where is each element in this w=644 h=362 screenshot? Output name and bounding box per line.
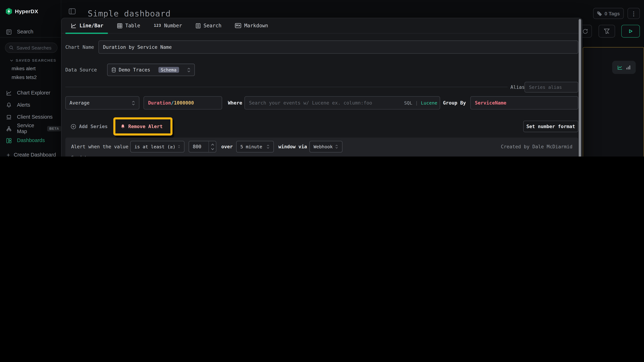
sidebar-item-service-map[interactable]: Service Map BETA [0,123,61,134]
alert-bell-icon [120,124,126,129]
chart-name-input[interactable] [98,40,578,54]
sidebar: HyperDX Search Saved Searches SAVED SEAR… [0,0,61,157]
sidebar-item-label: Client Sessions [17,114,52,120]
page-title: Simple dashboard [88,9,171,18]
chart-type-tabs: Line/Bar Table 123 Number Search Markdow… [62,18,583,34]
sidebar-item-search[interactable]: Search [0,26,61,37]
data-source-select[interactable]: Demo Traces Schema [107,64,195,76]
number-123-icon: 123 [154,23,161,28]
lucene-option[interactable]: Lucene [421,100,438,106]
table-icon [117,23,122,28]
modal-vertical-scrollbar[interactable] [579,19,581,157]
line-bar-icon [71,23,76,28]
alert-channel-select[interactable]: Webhook [310,141,342,152]
markdown-icon [235,23,241,28]
journal-icon [6,29,12,34]
sidebar-collapse-icon[interactable] [69,8,76,14]
window-via-label: window via [278,141,307,152]
tab-number[interactable]: 123 Number [154,23,182,28]
sidebar-item-alerts[interactable]: Alerts [0,100,61,110]
saved-searches-placeholder: Saved Searches [16,45,51,50]
aggregation-value: Average [70,100,90,106]
active-tab-indicator [65,33,108,34]
line-chart-icon [617,65,622,69]
chart-explorer-icon [6,90,12,96]
filter-edit-icon [604,28,610,34]
divider [0,37,61,37]
bar-chart-icon [626,65,630,69]
number-stepper[interactable] [208,141,214,152]
bell-icon [6,102,12,108]
chevron-updown-icon [178,144,180,149]
where-label: Where [228,96,242,110]
sidebar-item-label: Dashboards [17,138,45,143]
chart-name-label: Chart Name [65,40,94,54]
kebab-icon: ⋮ [631,10,636,17]
add-series-button[interactable]: Add Series [71,120,108,133]
chevron-down-icon [211,148,214,150]
alias-input[interactable] [524,82,578,93]
saved-search-item[interactable]: mikes alert [12,66,36,72]
saved-searches-header[interactable]: SAVED SEARCHES [10,58,56,63]
sidebar-item-label: Service Map [17,123,43,134]
remove-alert-button[interactable]: Remove Alert [120,120,162,133]
background-sparkline [583,150,644,157]
alert-prefix-label: Alert when the value [71,141,128,152]
metric-field[interactable]: Duration/1000000 [144,96,222,110]
sql-option[interactable]: SQL [404,100,412,106]
schema-badge: Schema [158,67,179,73]
set-number-format-button[interactable]: Set number format [523,121,578,132]
alert-condition-select[interactable]: is at least (≥) [130,141,184,152]
saved-search-item[interactable]: mikes tets2 [12,74,37,81]
beta-badge: BETA [48,126,61,131]
sidebar-item-chart-explorer[interactable]: Chart Explorer [0,88,61,98]
saved-searches-input[interactable]: Saved Searches [5,42,58,53]
plus-icon: + [6,152,10,157]
chevron-updown-icon [132,100,135,106]
data-source-label: Data Source [65,64,97,76]
over-label: over [221,141,233,152]
kebab-menu-button[interactable]: ⋮ [628,8,640,19]
sidebar-item-label: Search [17,29,34,35]
edit-chart-modal: Line/Bar Table 123 Number Search Markdow… [61,18,582,157]
chevron-updown-icon [266,144,270,149]
background-chart-type-toggle[interactable] [612,61,636,74]
alert-window-select[interactable]: 5 minute [236,141,274,152]
filter-button[interactable] [598,25,615,38]
tab-markdown[interactable]: Markdown [235,23,268,28]
tag-icon [597,11,602,16]
chevron-updown-icon [335,144,338,149]
chevron-down-icon [10,59,13,61]
alert-config-section: Alert when the value is at least (≥) 800… [65,138,578,157]
dashboards-icon [6,138,12,143]
tab-table[interactable]: Table [117,23,140,28]
query-language-toggle[interactable]: SQL | Lucene [404,96,438,110]
tags-button[interactable]: 0 Tags [593,8,624,19]
create-dashboard-label: Create Dashboard [14,152,56,157]
plus-circle-icon [71,124,76,129]
data-source-value: Demo Traces [119,67,150,73]
screen: Simple dashboard 0 Tags ⋮ 10:35:00 AM Hy… [0,0,644,157]
alias-label: Alias [510,82,525,93]
alert-threshold-input[interactable]: 800 [188,141,216,152]
logo[interactable]: HyperDX [6,8,38,15]
background-run-button[interactable] [621,25,640,38]
search-icon [9,45,14,50]
group-by-label: Group By [443,96,466,110]
tab-line-bar[interactable]: Line/Bar [71,23,103,28]
hyperdx-logo-icon [6,8,12,15]
tags-label: 0 Tags [604,10,620,16]
create-dashboard-button[interactable]: + Create Dashboard [0,150,61,157]
group-by-field[interactable]: ServiceName [470,96,578,110]
sidebar-item-client-sessions[interactable]: Client Sessions [0,112,61,122]
logo-text: HyperDX [15,8,38,14]
send-to-label: Send to [71,155,90,157]
aggregation-select[interactable]: Average [65,96,139,110]
service-map-icon [6,126,12,131]
sidebar-item-dashboards[interactable]: Dashboards [0,135,61,146]
tab-search[interactable]: Search [196,23,222,28]
laptop-icon [6,114,12,120]
scrollbar-thumb[interactable] [579,19,581,157]
chevron-updown-icon [187,67,191,73]
document-lines-icon [196,23,201,28]
